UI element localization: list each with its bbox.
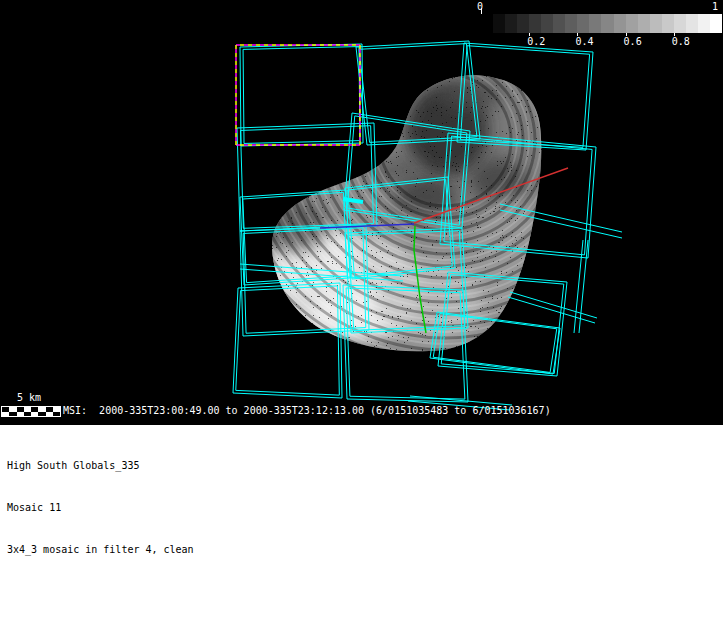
colorbar-tick-label: 0.6 xyxy=(624,36,642,47)
scale-bar-cell xyxy=(53,412,60,417)
scale-bar-label: 5 km xyxy=(17,392,41,403)
scale-bar-cell xyxy=(46,412,53,417)
scale-bar-cell xyxy=(2,412,9,417)
msi-mosaic-viewer-window: 0 1 5 km MSI: 2000-335T23:00:49.00 to 20… xyxy=(0,0,723,637)
colorbar-tick-label: 0.8 xyxy=(672,36,690,47)
footprint-outline-inner xyxy=(243,47,360,144)
colorbar-gradient xyxy=(481,14,722,33)
status-line: MSI: 2000-335T23:00:49.00 to 2000-335T23… xyxy=(63,405,551,416)
caption-block: High South Globals_335 Mosaic 11 3x4_3 m… xyxy=(7,431,194,585)
scale-bar-cell xyxy=(38,412,45,417)
scale-bar-checkerboard xyxy=(1,406,61,417)
asteroid-point-cloud xyxy=(205,0,685,380)
caption-line-description: 3x4_3 mosaic in filter 4, clean xyxy=(7,543,194,557)
scale-bar-cell xyxy=(9,412,16,417)
colorbar-tick-label: 0.2 xyxy=(527,36,545,47)
colorbar-max-label: 1 xyxy=(712,1,718,12)
footprint-edge-segment xyxy=(510,292,597,318)
footprint-outline-outer xyxy=(240,44,363,146)
caption-line-sequence: High South Globals_335 xyxy=(7,459,194,473)
colorbar-tick-label: 0.4 xyxy=(575,36,593,47)
caption-line-mosaic: Mosaic 11 xyxy=(7,501,194,515)
scale-bar-cell xyxy=(31,412,38,417)
render-viewport[interactable]: 0 1 5 km MSI: 2000-335T23:00:49.00 to 20… xyxy=(0,0,723,425)
scale-bar-cell xyxy=(24,412,31,417)
scale-bar-cell xyxy=(17,412,24,417)
scene-canvas[interactable] xyxy=(0,0,723,425)
